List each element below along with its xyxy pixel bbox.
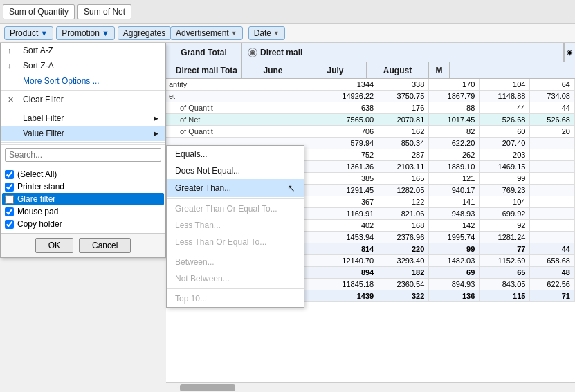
row-value: 1361.36 bbox=[322, 161, 378, 173]
mouse-pad-checkbox[interactable] bbox=[5, 207, 14, 216]
row-value bbox=[530, 138, 575, 149]
row-value: 65 bbox=[480, 267, 530, 279]
row-value: 769.23 bbox=[480, 185, 530, 196]
vfm-not-equals[interactable]: Does Not Equal... bbox=[167, 162, 304, 179]
row-value: 12140.70 bbox=[322, 255, 378, 267]
glare-filter-checkbox[interactable] bbox=[5, 195, 14, 204]
row-value: 71 bbox=[530, 290, 575, 302]
row-value: 142 bbox=[429, 220, 480, 232]
vfm-not-between: Not Between... bbox=[167, 270, 304, 287]
row-value: 99 bbox=[429, 243, 480, 255]
printer-stand-label: Printer stand bbox=[17, 182, 64, 192]
row-value: 843.05 bbox=[480, 279, 530, 290]
row-value: 88 bbox=[429, 102, 480, 114]
vfm-greater-than[interactable]: Greater Than... ↖ bbox=[167, 179, 304, 197]
row-value: 122 bbox=[378, 196, 429, 208]
printer-stand-checkbox[interactable] bbox=[5, 183, 14, 192]
row-value: 940.17 bbox=[429, 185, 480, 196]
vfm-sep3 bbox=[167, 288, 304, 289]
search-input[interactable] bbox=[5, 148, 161, 162]
printer-stand-item[interactable]: Printer stand bbox=[5, 180, 161, 193]
select-all-item[interactable]: (Select All) bbox=[5, 168, 161, 180]
copy-holder-checkbox[interactable] bbox=[5, 220, 14, 229]
main-layout: ↑ Sort A-Z ↓ Sort Z-A More Sort Options … bbox=[0, 43, 575, 392]
promotion-filter-btn[interactable]: Promotion ▼ bbox=[56, 26, 115, 40]
row-value: 1482.03 bbox=[429, 255, 480, 267]
row-value: 170 bbox=[429, 79, 480, 91]
vfm-sep1 bbox=[167, 198, 304, 199]
vfm-top10: Top 10... bbox=[167, 290, 304, 307]
product-filter-btn[interactable]: Product ▼ bbox=[4, 26, 53, 40]
row-value: 262 bbox=[429, 149, 480, 161]
table-row: antity134433817010464 bbox=[166, 79, 575, 91]
row-value: 7565.00 bbox=[322, 114, 378, 126]
row-value: 1995.74 bbox=[429, 232, 480, 243]
row-value: 207.40 bbox=[480, 138, 530, 149]
grand-total-header: Grand Total bbox=[166, 43, 242, 62]
copy-holder-item[interactable]: Copy holder bbox=[5, 218, 161, 230]
glare-filter-item[interactable]: Glare filter bbox=[2, 193, 164, 205]
row-label: et bbox=[166, 91, 322, 102]
advertisement-arrow-icon: ▼ bbox=[231, 30, 237, 37]
separator1 bbox=[1, 90, 165, 91]
table-header-row2: Direct mail Tota June July August M bbox=[166, 62, 575, 79]
search-box-wrap bbox=[1, 144, 165, 165]
row-value: 99 bbox=[480, 173, 530, 185]
row-value: 638 bbox=[322, 102, 378, 114]
row-value: 814 bbox=[322, 243, 378, 255]
row-value: 3750.75 bbox=[378, 91, 429, 102]
sort-az-item[interactable]: ↑ Sort A-Z bbox=[1, 43, 165, 58]
sort-za-item[interactable]: ↓ Sort Z-A bbox=[1, 58, 165, 73]
label-filter-item[interactable]: Label Filter ▶ bbox=[1, 111, 165, 126]
copy-holder-label: Copy holder bbox=[17, 219, 62, 229]
cancel-button[interactable]: Cancel bbox=[79, 238, 131, 253]
row-value bbox=[530, 232, 575, 243]
row-value: 60 bbox=[480, 126, 530, 138]
mouse-pad-item[interactable]: Mouse pad bbox=[5, 205, 161, 218]
row-value: 1439 bbox=[322, 290, 378, 302]
row-value: 1152.69 bbox=[480, 255, 530, 267]
date-filter-btn[interactable]: Date ▼ bbox=[248, 26, 285, 40]
row-value: 526.68 bbox=[530, 114, 575, 126]
direct-mail-collapse-icon[interactable]: ◉ bbox=[248, 48, 257, 57]
more-cols-btn[interactable]: ◉ bbox=[564, 43, 575, 62]
row-value: 104 bbox=[480, 196, 530, 208]
june-header: June bbox=[242, 62, 304, 78]
row-value: 20 bbox=[530, 126, 575, 138]
row-label: antity bbox=[166, 79, 322, 91]
filter-header: Product ▼ Promotion ▼ Aggregates Adverti… bbox=[0, 24, 575, 43]
advertisement-filter-btn[interactable]: Advertisement ▼ bbox=[170, 26, 243, 40]
row-value: 44 bbox=[480, 102, 530, 114]
sort-az-icon: ↑ bbox=[8, 46, 19, 55]
bottom-scrollbar[interactable] bbox=[166, 382, 575, 392]
scroll-thumb[interactable] bbox=[180, 384, 235, 391]
row-value bbox=[530, 161, 575, 173]
row-value: 526.68 bbox=[480, 114, 530, 126]
ok-button[interactable]: OK bbox=[35, 238, 73, 253]
clear-filter-item[interactable]: ✕ Clear Filter bbox=[1, 92, 165, 107]
row-value: 1344 bbox=[322, 79, 378, 91]
row-value: 48 bbox=[530, 267, 575, 279]
aggregates-btn[interactable]: Aggregates bbox=[118, 26, 171, 40]
value-filter-item[interactable]: Value Filter ▶ bbox=[1, 126, 165, 141]
row-value bbox=[530, 220, 575, 232]
row-value: 92 bbox=[480, 220, 530, 232]
row-value: 121 bbox=[429, 173, 480, 185]
select-all-checkbox[interactable] bbox=[5, 170, 14, 179]
sum-net-btn[interactable]: Sum of Net bbox=[77, 4, 131, 19]
vfm-equals[interactable]: Equals... bbox=[167, 146, 304, 162]
more-sort-item[interactable]: More Sort Options ... bbox=[1, 73, 165, 88]
row-value: 2376.96 bbox=[378, 232, 429, 243]
sort-za-icon: ↓ bbox=[8, 62, 19, 70]
row-value: 402 bbox=[322, 220, 378, 232]
row-label: of Net bbox=[166, 114, 322, 126]
checkbox-list: (Select All) Printer stand Glare filter … bbox=[1, 165, 165, 233]
row-value: 734.08 bbox=[530, 91, 575, 102]
table-row: of Net7565.002070.811017.45526.68526.68 bbox=[166, 114, 575, 126]
table-row: of Quantit638176884444 bbox=[166, 102, 575, 114]
top-toolbar: Sum of Quantity Sum of Net bbox=[0, 0, 575, 24]
row-value: 1169.91 bbox=[322, 208, 378, 220]
row-value: 168 bbox=[378, 220, 429, 232]
august-header: August bbox=[367, 62, 429, 78]
sum-quantity-btn[interactable]: Sum of Quantity bbox=[3, 4, 75, 19]
